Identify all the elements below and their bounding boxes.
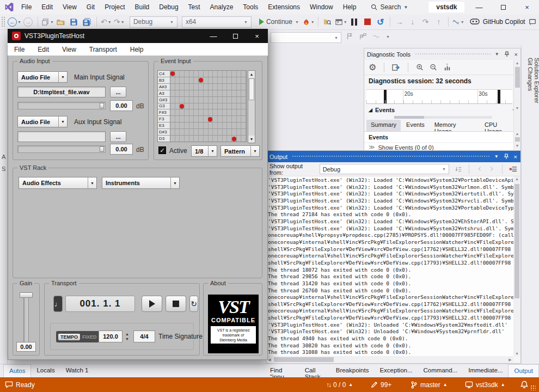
event-grid-cell[interactable]	[204, 122, 209, 128]
vs-menu-tools[interactable]: Tools	[238, 0, 263, 14]
event-grid-cell[interactable]	[180, 84, 185, 90]
note-event-dot[interactable]	[199, 78, 203, 82]
event-grid-cell[interactable]	[185, 77, 189, 83]
event-grid-cell[interactable]	[223, 71, 228, 77]
event-grid-cell[interactable]	[185, 103, 189, 109]
flag-icon[interactable]	[346, 33, 354, 40]
main-input-file-field[interactable]: D:\tmp\test_file.wav	[17, 87, 106, 97]
event-grid-cell[interactable]	[180, 77, 185, 83]
vst-menu-view[interactable]: View	[56, 46, 83, 53]
event-grid-cell[interactable]	[180, 116, 185, 122]
navigate-back-button[interactable]: ←▼	[8, 16, 21, 28]
event-grid-cell[interactable]	[213, 109, 218, 115]
solution-name-tab[interactable]: vstsdk	[428, 2, 464, 13]
scroll-up-icon[interactable]: ▲	[248, 71, 255, 78]
event-grid-cell[interactable]	[189, 77, 194, 83]
event-grid-cell[interactable]	[194, 90, 199, 96]
event-grid-cell[interactable]	[232, 116, 237, 122]
event-grid-cell[interactable]	[241, 103, 246, 109]
step-into-button[interactable]: →	[394, 16, 406, 28]
event-grid-cell[interactable]	[227, 90, 232, 96]
prev-message-icon[interactable]	[476, 166, 483, 173]
gain-slider-track[interactable]	[23, 296, 29, 345]
event-grid-cell[interactable]	[189, 71, 194, 77]
event-grid-cell[interactable]	[204, 77, 209, 83]
event-grid-cell[interactable]	[232, 97, 237, 103]
restart-button[interactable]: ↺	[375, 16, 387, 28]
side-tab-git-changes[interactable]: Git Changes	[527, 51, 534, 110]
event-grid-cell[interactable]	[204, 103, 209, 109]
save-button[interactable]	[68, 16, 80, 28]
feedback-button[interactable]: Ready	[0, 377, 40, 392]
event-grid-cell[interactable]	[199, 90, 204, 96]
close-icon[interactable]: ×	[514, 51, 518, 58]
event-grid-cell[interactable]	[213, 122, 218, 128]
parallel-stacks-icon[interactable]	[372, 33, 380, 40]
vs-menu-file[interactable]: File	[16, 0, 36, 14]
event-grid-cell[interactable]	[223, 77, 228, 83]
event-grid-cell[interactable]	[170, 97, 175, 103]
stop-button[interactable]	[166, 296, 186, 312]
event-grid-cell[interactable]	[232, 71, 237, 77]
event-grid-cell[interactable]	[227, 122, 232, 128]
events-section-header[interactable]: ◢ Events ▼	[364, 105, 520, 115]
save-all-button[interactable]	[81, 16, 93, 28]
event-grid-cell[interactable]	[213, 129, 218, 135]
toolbar-grip[interactable]	[1, 16, 5, 27]
notifications-bell-icon[interactable]	[520, 381, 528, 389]
event-grid-cell[interactable]	[213, 97, 218, 103]
vs-menu-debug[interactable]: Debug	[154, 0, 183, 14]
event-grid-cell[interactable]	[237, 116, 242, 122]
diagnostics-timeline[interactable]: 20s 30s	[366, 89, 512, 104]
vs-menu-help[interactable]: Help	[338, 0, 362, 14]
event-grid-cell[interactable]	[227, 71, 232, 77]
vst-menu-edit[interactable]: Edit	[31, 46, 56, 53]
minimize-button[interactable]: —	[203, 29, 224, 43]
event-grid-cell[interactable]	[180, 129, 185, 135]
event-grid-cell[interactable]	[227, 116, 232, 122]
message-levels-icon[interactable]	[455, 166, 462, 173]
open-folder-button[interactable]	[55, 16, 67, 28]
event-grid-cell[interactable]	[185, 129, 189, 135]
event-grid-scrollbar[interactable]: ▲ ▼	[248, 70, 255, 143]
event-grid-cell[interactable]	[218, 90, 223, 96]
event-grid-cell[interactable]	[175, 136, 180, 142]
event-grid-cell[interactable]	[227, 97, 232, 103]
vs-menu-window[interactable]: Window	[305, 0, 338, 14]
note-event-dot[interactable]	[232, 137, 236, 141]
event-grid-cell[interactable]	[213, 71, 218, 77]
event-grid-cell[interactable]	[180, 71, 185, 77]
instruments-combo[interactable]: Instruments▼	[102, 177, 180, 189]
event-grid-cell[interactable]	[185, 90, 189, 96]
minimize-button[interactable]: —	[467, 0, 491, 14]
event-grid-cell[interactable]	[227, 109, 232, 115]
event-grid-cell[interactable]	[189, 122, 194, 128]
toolbar-overflow-icon[interactable]: ▼	[386, 35, 390, 39]
event-grid-cell[interactable]	[194, 129, 199, 135]
event-grid-cell[interactable]	[189, 103, 194, 109]
event-grid-cell[interactable]	[199, 116, 204, 122]
event-grid-cell[interactable]	[189, 116, 194, 122]
event-grid-cell[interactable]	[199, 122, 204, 128]
event-grid-cell[interactable]	[204, 90, 209, 96]
event-grid-cell[interactable]	[170, 71, 175, 77]
time-signature-value[interactable]: 4/4	[133, 330, 155, 342]
event-grid-cell[interactable]	[204, 109, 209, 115]
vst-menu-file[interactable]: File	[8, 46, 31, 53]
aux-gain-slider[interactable]	[17, 145, 106, 153]
vst-menu-transport[interactable]: Transport	[83, 46, 124, 53]
event-grid-cell[interactable]	[227, 136, 232, 142]
close-button[interactable]: ×	[246, 29, 268, 43]
zoom-out-icon[interactable]	[430, 64, 438, 71]
event-grid-cell[interactable]	[241, 109, 246, 115]
aux-gain-value[interactable]: 0.00	[110, 144, 133, 155]
output-source-combo[interactable]: Debug ▼	[320, 164, 449, 174]
event-grid-cell[interactable]	[237, 71, 242, 77]
event-grid-cell[interactable]	[170, 77, 175, 83]
repository-indicator[interactable]: vst3sdk ▲	[460, 377, 510, 392]
event-grid-cell[interactable]	[218, 84, 223, 90]
event-grid-cell[interactable]	[199, 136, 204, 142]
event-grid-cell[interactable]	[232, 122, 237, 128]
event-grid-cell[interactable]	[223, 90, 228, 96]
event-grid-cell[interactable]	[241, 90, 246, 96]
